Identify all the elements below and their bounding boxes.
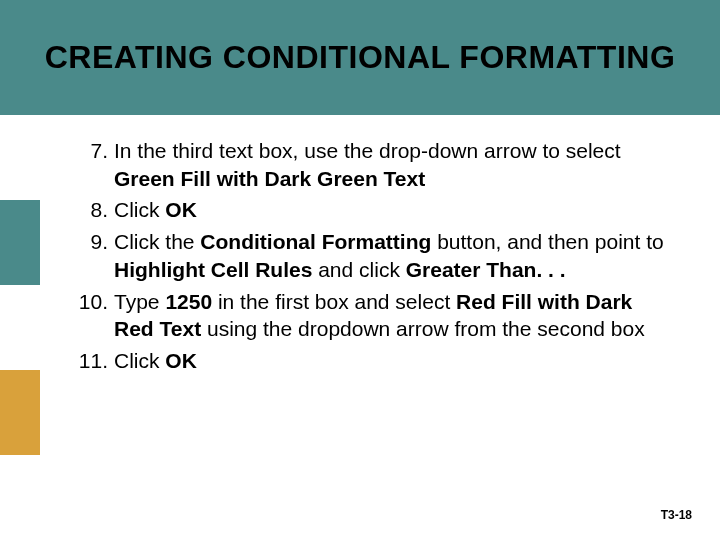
step-text: Click the <box>114 230 200 253</box>
step-bold: 1250 <box>165 290 212 313</box>
step-text: in the first box and select <box>212 290 456 313</box>
step-text: In the third text box, use the drop-down… <box>114 139 621 162</box>
slide-title: CREATING CONDITIONAL FORMATTING <box>5 40 716 75</box>
step-bold: Greater Than. . . <box>406 258 566 281</box>
step-text: button, and then point to <box>431 230 663 253</box>
step-text: Click <box>114 198 165 221</box>
sidebar-block <box>0 370 40 455</box>
sidebar-block <box>0 115 40 200</box>
sidebar-block <box>0 285 40 370</box>
decorative-sidebar <box>0 115 40 540</box>
main-content: In the third text box, use the drop-down… <box>40 115 720 540</box>
step-bold: OK <box>165 198 197 221</box>
sidebar-block <box>0 455 40 540</box>
list-item: Click the Conditional Formatting button,… <box>70 228 670 283</box>
list-item: Click OK <box>70 196 670 224</box>
slide-number: T3-18 <box>661 508 692 522</box>
instruction-list: In the third text box, use the drop-down… <box>70 137 670 375</box>
step-bold: OK <box>165 349 197 372</box>
step-text: and click <box>312 258 405 281</box>
step-text: Type <box>114 290 165 313</box>
slide-header: CREATING CONDITIONAL FORMATTING <box>0 0 720 115</box>
step-bold: Green Fill with Dark Green Text <box>114 167 425 190</box>
list-item: Type 1250 in the first box and select Re… <box>70 288 670 343</box>
step-text: Click <box>114 349 165 372</box>
step-text: using the dropdown arrow from the second… <box>201 317 645 340</box>
step-bold: Highlight Cell Rules <box>114 258 312 281</box>
step-bold: Conditional Formatting <box>200 230 431 253</box>
sidebar-block <box>0 200 40 285</box>
list-item: Click OK <box>70 347 670 375</box>
content-area: In the third text box, use the drop-down… <box>0 115 720 540</box>
list-item: In the third text box, use the drop-down… <box>70 137 670 192</box>
